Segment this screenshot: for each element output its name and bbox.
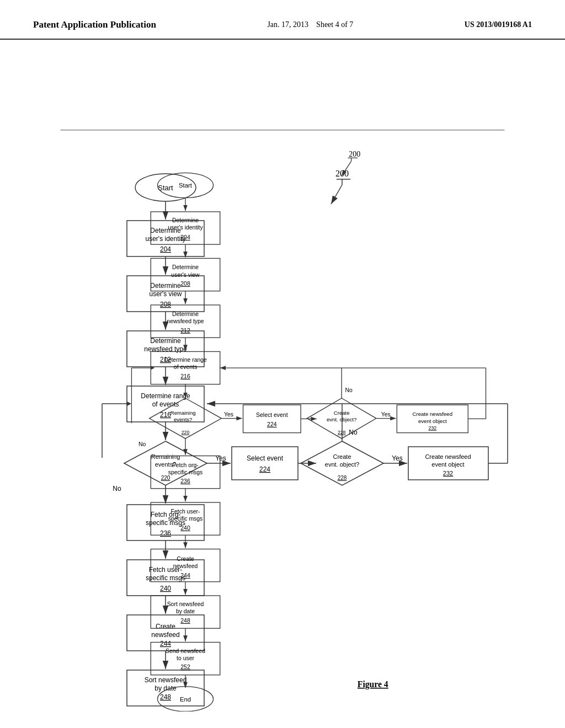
label-208-1: Determine [150, 282, 181, 290]
label-232-3: 232 [443, 470, 453, 477]
label-248-1: Sort newsfeed [145, 676, 187, 684]
label-228-3: 228 [338, 475, 347, 481]
flowchart-diagram: 200 Start Determine user's identity 204 … [0, 77, 565, 711]
label-no-228: No [349, 429, 358, 436]
label-204-2: user's identity [146, 235, 186, 243]
label-208-3: 208 [160, 301, 171, 308]
label-212-3: 212 [160, 356, 171, 363]
label-244-2: newsfeed [151, 631, 179, 639]
label-248-3: 248 [160, 693, 171, 701]
label-240-1: Fetch user- [149, 566, 183, 574]
publication-title-header: Patent Application Publication [33, 19, 156, 30]
label-208-2: user's view [150, 290, 182, 298]
label-212-1: Determine [150, 337, 181, 345]
label-216-1: Determine range [141, 392, 190, 400]
label-220-2: events? [155, 461, 177, 468]
start-label: Start [158, 184, 173, 192]
date-label: Jan. 17, 2013 [267, 20, 308, 29]
label-220-3: 220 [161, 475, 170, 481]
label-248-2: by date [154, 684, 177, 692]
label-224-1: Select event [247, 454, 284, 462]
svg-line-4 [331, 185, 342, 204]
flowchart-svg: 200 Start Determine user's identity 204 … [0, 77, 565, 711]
label-yes-228: Yes [392, 454, 403, 462]
sheet-label: Sheet 4 of 7 [316, 20, 353, 29]
label-244-1: Create [156, 623, 175, 630]
label-204-3: 204 [160, 245, 171, 253]
label-240-2: specific msgs [146, 574, 185, 582]
label-216-2: of events [152, 400, 179, 408]
label-232-2: event object [431, 461, 464, 468]
label-212-2: newsfeed type [144, 345, 187, 353]
label-no-220: No [113, 485, 121, 493]
header-date-sheet: Jan. 17, 2013 Sheet 4 of 7 [267, 20, 353, 29]
label-236-1: Fetch org- [151, 511, 181, 518]
label-yes-220: Yes [215, 454, 226, 462]
patent-num-header: US 2013/0019168 A1 [465, 20, 532, 29]
arrow-back-to-216 [127, 402, 131, 406]
label-236-3: 236 [160, 529, 171, 537]
label-232-1: Create newsfeed [425, 453, 471, 460]
label-244-3: 244 [160, 640, 171, 647]
label-240-3: 240 [160, 585, 171, 592]
page: Patent Application Publication Jan. 17, … [0, 0, 565, 728]
label-220-1: Remaining [151, 453, 180, 460]
ref-number-200: 200 [335, 169, 349, 178]
label-216-3: 216 [160, 411, 171, 419]
label-236-2: specific msgs [146, 519, 185, 527]
label-228-1: Create [333, 453, 351, 460]
label-224-2: 224 [259, 465, 270, 473]
label-228-2: evnt. object? [325, 461, 359, 468]
label-204-1: Determine [150, 227, 181, 234]
node-224 [232, 447, 298, 480]
